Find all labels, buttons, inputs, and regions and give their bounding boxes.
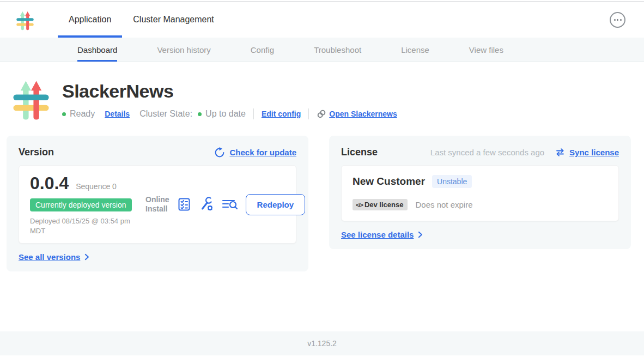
app-logo-large [11, 75, 51, 120]
last-synced-text: Last synced a few seconds ago [430, 148, 544, 157]
chevron-right-icon [418, 231, 423, 238]
cluster-state-value: Up to date [205, 109, 246, 119]
license-expiration: Does not expire [415, 200, 472, 209]
hash-arrows-logo [11, 75, 51, 120]
see-license-details-link[interactable]: See license details [341, 230, 414, 239]
chain-link-icon [317, 109, 326, 119]
version-card: Version Check for update 0.0.4 Sequence … [7, 136, 308, 271]
tab-troubleshoot[interactable]: Troubleshoot [314, 38, 361, 62]
top-tab-cluster-management[interactable]: Cluster Management [122, 2, 225, 38]
deployed-timestamp: Deployed 08/15/25 @ 03:54 pm MDT [30, 216, 145, 235]
console-version: v1.125.2 [307, 339, 337, 348]
tab-config[interactable]: Config [251, 38, 274, 62]
app-status-row: Ready Details Cluster State: Up to date … [62, 108, 397, 119]
check-for-update[interactable]: Check for update [214, 147, 296, 158]
tab-dashboard[interactable]: Dashboard [77, 38, 117, 62]
app-header: SlackerNews Ready Details Cluster State:… [11, 75, 644, 120]
hash-arrows-logo [15, 9, 35, 31]
divider [308, 108, 309, 119]
code-icon: </> [356, 202, 363, 208]
version-card-title: Version [19, 147, 54, 158]
check-for-update-link[interactable]: Check for update [229, 148, 296, 157]
redeploy-button[interactable]: Redeploy [246, 194, 306, 215]
wrench-gear-icon [199, 197, 214, 212]
page-title: SlackerNews [62, 81, 397, 102]
cluster-state-label: Cluster State: [139, 109, 192, 119]
top-nav: Application Cluster Management [0, 2, 644, 38]
top-tab-application[interactable]: Application [58, 2, 122, 38]
customer-name: New Customer [353, 176, 425, 187]
see-all-versions[interactable]: See all versions [19, 252, 296, 262]
sync-arrows-icon [555, 148, 565, 156]
divider [253, 108, 254, 119]
app-logo-icon [15, 9, 35, 31]
sequence-label: Sequence 0 [76, 182, 117, 191]
status-details-link[interactable]: Details [105, 110, 130, 118]
open-app-link[interactable]: Open Slackernews [329, 110, 397, 118]
console-footer: v1.125.2 [0, 331, 644, 355]
edit-config-button[interactable] [199, 197, 214, 212]
install-type-label: Online Install [145, 195, 169, 214]
preflight-checks-button[interactable] [177, 197, 192, 212]
refresh-icon [214, 147, 225, 158]
cluster-state-dot [198, 112, 202, 116]
channel-badge: Unstable [432, 175, 472, 188]
tab-license[interactable]: License [401, 38, 429, 62]
app-sub-nav: Dashboard Version history Config Trouble… [0, 38, 644, 62]
overflow-menu-button[interactable] [610, 12, 625, 28]
license-card: License Last synced a few seconds ago Sy… [329, 136, 631, 249]
sync-license-link[interactable]: Sync license [569, 148, 619, 157]
license-type-badge: </> Dev license [353, 199, 408, 210]
edit-config-link[interactable]: Edit config [262, 110, 301, 118]
preflight-checks-icon [177, 197, 192, 212]
deployed-version-badge: Currently deployed version [30, 198, 132, 211]
chevron-right-icon [84, 253, 89, 261]
dashboard-main: SlackerNews Ready Details Cluster State:… [0, 62, 644, 331]
license-summary-panel: New Customer Unstable </> Dev license Do… [341, 165, 619, 221]
current-version-panel: 0.0.4 Sequence 0 Currently deployed vers… [19, 165, 296, 244]
version-number: 0.0.4 [30, 173, 69, 193]
view-logs-button[interactable] [221, 197, 239, 212]
see-all-versions-link[interactable]: See all versions [19, 252, 80, 262]
ellipsis-menu-icon [614, 19, 616, 21]
app-status-text: Ready [70, 109, 95, 119]
tab-version-history[interactable]: Version history [157, 38, 210, 62]
app-status-dot [62, 112, 66, 116]
view-logs-icon [221, 197, 239, 212]
see-license-details[interactable]: See license details [341, 230, 619, 239]
license-card-title: License [341, 147, 378, 158]
tab-view-files[interactable]: View files [469, 38, 503, 62]
